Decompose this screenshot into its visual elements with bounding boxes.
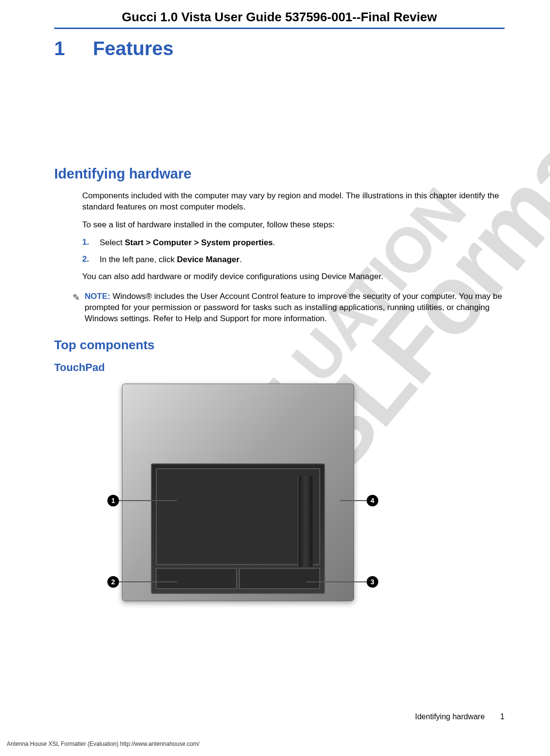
touchpad-left-button [156,568,237,589]
step-text: Select Start > Computer > System propert… [100,237,275,249]
chapter-title: Features [93,38,174,59]
section-top-components: Top components [54,338,505,353]
step-text: In the left pane, click Device Manager. [100,254,242,266]
callout-lead [306,581,367,582]
document-header: Gucci 1.0 Vista User Guide 537596-001--F… [54,10,505,29]
steps-intro: To see a list of hardware installed in t… [82,220,505,231]
steps-footer: You can also add hardware or modify devi… [82,271,505,282]
footer-page-number: 1 [500,712,505,721]
section-identifying-hardware: Identifying hardware [54,166,505,182]
note-block: ✎ NOTE: Windows® includes the User Accou… [54,291,505,325]
page-footer: Identifying hardware 1 [415,712,505,721]
touchpad-right-button [239,568,320,589]
touchpad-scroll-zone [298,476,312,567]
footer-section-name: Identifying hardware [415,712,485,721]
intro-paragraph: Components included with the computer ma… [82,191,505,213]
callout-lead [119,500,177,501]
callout-lead [119,581,177,582]
touchpad-assembly [151,463,325,594]
note-icon: ✎ [73,292,80,325]
callout-2: 2 [107,576,119,588]
callout-4: 4 [367,495,378,506]
chapter-number: 1 [54,38,74,59]
chapter-heading: 1 Features [54,38,505,59]
callout-lead [340,500,367,501]
step-number: 1. [82,237,100,249]
touchpad-surface [156,468,320,565]
touchpad-figure: 1 2 3 4 [88,384,388,606]
step-number: 2. [82,254,100,266]
step-1: 1. Select Start > Computer > System prop… [82,237,505,249]
callout-1: 1 [107,495,119,506]
note-text: Windows® includes the User Account Contr… [85,292,502,323]
vendor-footer: Antenna House XSL Formatter (Evaluation)… [7,741,199,747]
section-touchpad: TouchPad [54,361,505,374]
note-label: NOTE: [85,292,110,301]
step-2: 2. In the left pane, click Device Manage… [82,254,505,266]
callout-3: 3 [367,576,378,588]
